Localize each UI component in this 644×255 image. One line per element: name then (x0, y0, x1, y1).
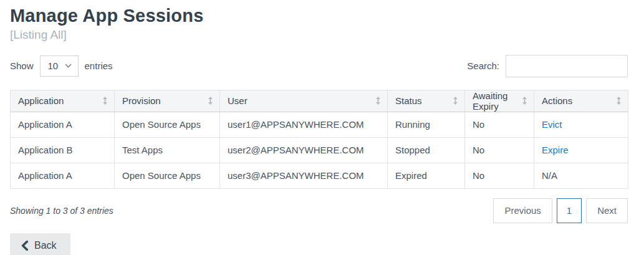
page-subtitle: [Listing All] (10, 28, 628, 42)
sessions-table: Application Provision User Status Awaiti… (10, 90, 628, 189)
cell-awaiting-expiry: No (465, 163, 534, 188)
evict-action-link[interactable]: Evict (542, 119, 562, 130)
page-number-button[interactable]: 1 (557, 198, 582, 223)
column-header-label: Actions (542, 95, 572, 106)
cell-awaiting-expiry: No (465, 112, 534, 137)
table-row: Application B Test Apps user2@APPSANYWHE… (11, 137, 628, 163)
no-action-text: N/A (542, 170, 557, 181)
back-button[interactable]: Back (10, 233, 70, 255)
column-header-label: Awaiting Expiry (473, 90, 518, 112)
sort-icon (616, 97, 622, 105)
cell-user: user1@APPSANYWHERE.COM (220, 112, 388, 137)
cell-status: Stopped (388, 137, 465, 163)
column-header-provision[interactable]: Provision (115, 90, 220, 112)
column-header-status[interactable]: Status (388, 90, 465, 112)
chevron-left-icon (21, 241, 28, 251)
cell-actions: Evict (534, 112, 628, 137)
sort-icon (453, 97, 458, 105)
column-header-label: User (228, 95, 248, 106)
column-header-label: Status (395, 95, 422, 106)
column-header-actions[interactable]: Actions (534, 90, 628, 112)
page-length-control: Show 10 entries (10, 55, 113, 77)
table-header-row: Application Provision User Status Awaiti… (11, 90, 628, 112)
search-input[interactable] (506, 55, 628, 77)
column-header-awaiting-expiry[interactable]: Awaiting Expiry (465, 90, 534, 112)
column-header-user[interactable]: User (220, 90, 388, 112)
page-container: Manage App Sessions [Listing All] Show 1… (0, 0, 644, 255)
previous-page-button[interactable]: Previous (493, 198, 552, 223)
cell-application: Application A (11, 163, 115, 188)
chevron-down-icon (65, 64, 72, 68)
cell-provision: Open Source Apps (115, 163, 220, 188)
column-header-application[interactable]: Application (11, 90, 115, 112)
cell-awaiting-expiry: No (465, 137, 534, 163)
cell-user: user3@APPSANYWHERE.COM (220, 163, 388, 188)
sort-icon (375, 97, 381, 105)
cell-provision: Test Apps (115, 137, 220, 163)
cell-provision: Open Source Apps (115, 112, 220, 137)
page-title: Manage App Sessions (10, 6, 628, 26)
table-footer-row: Showing 1 to 3 of 3 entries Previous 1 N… (10, 198, 628, 223)
sort-icon (102, 97, 108, 105)
table-row: Application A Open Source Apps user1@APP… (11, 112, 628, 137)
cell-application: Application B (11, 137, 115, 163)
search-control: Search: (467, 55, 628, 77)
column-header-label: Application (18, 95, 64, 106)
show-label: Show (10, 60, 34, 71)
expire-action-link[interactable]: Expire (542, 145, 569, 155)
cell-user: user2@APPSANYWHERE.COM (220, 137, 388, 163)
cell-status: Expired (388, 163, 465, 188)
page-length-select-box: 10 (40, 55, 79, 77)
cell-status: Running (388, 112, 465, 137)
entries-label: entries (85, 60, 113, 71)
back-row: Back (10, 233, 628, 255)
column-header-label: Provision (122, 95, 161, 106)
search-label: Search: (467, 60, 499, 71)
table-controls-row: Show 10 entries Search: (10, 55, 628, 77)
table-row: Application A Open Source Apps user3@APP… (11, 163, 628, 188)
next-page-button[interactable]: Next (586, 198, 628, 223)
page-length-select[interactable]: 10 (43, 60, 65, 71)
sort-icon (522, 97, 527, 105)
entries-summary: Showing 1 to 3 of 3 entries (10, 206, 113, 216)
sort-icon (208, 97, 213, 105)
cell-actions: Expire (534, 137, 628, 163)
cell-actions: N/A (534, 163, 628, 188)
pagination: Previous 1 Next (489, 198, 628, 223)
back-button-label: Back (34, 240, 57, 251)
cell-application: Application A (11, 112, 115, 137)
